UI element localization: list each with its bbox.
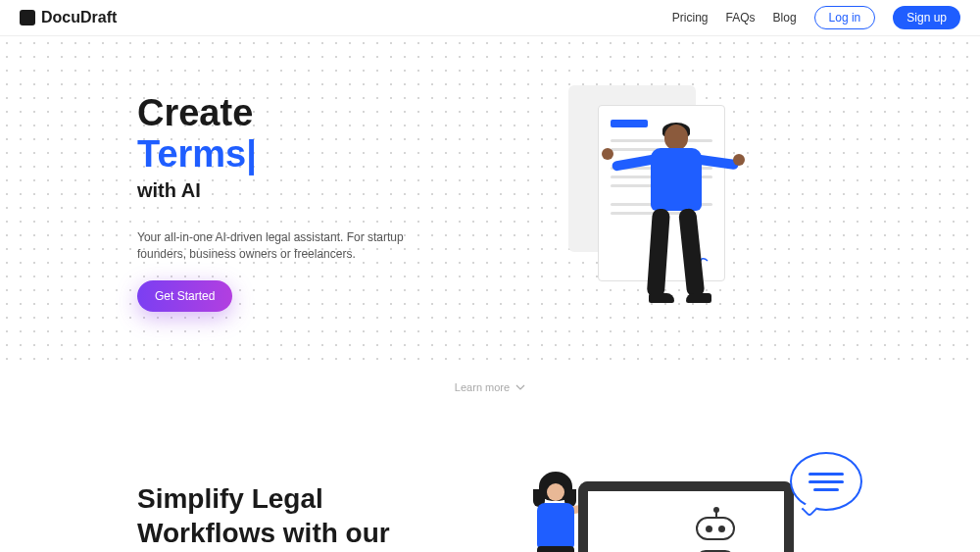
nav-faqs[interactable]: FAQs [726, 11, 756, 25]
hero-title-line3: with AI [137, 179, 412, 202]
person-illustration [596, 125, 753, 340]
learn-more-link[interactable]: Learn more [0, 370, 980, 413]
speech-bubble-icon [790, 452, 862, 511]
top-nav: Pricing FAQs Blog Log in Sign up [672, 6, 960, 29]
features-section: Simplify Legal Workflows with our AI-Pow… [0, 413, 980, 552]
logo[interactable]: DocuDraft [20, 9, 117, 26]
hero-title-line1: Create [137, 93, 412, 134]
hero-title-animated: Terms| [137, 134, 412, 176]
laptop-icon [578, 481, 794, 552]
hero-section: Create Terms| with AI Your all-in-one AI… [0, 36, 980, 370]
header: DocuDraft Pricing FAQs Blog Log in Sign … [0, 0, 980, 36]
login-button[interactable]: Log in [814, 6, 876, 29]
robot-head-icon [696, 517, 735, 540]
nav-pricing[interactable]: Pricing [672, 11, 709, 25]
nav-blog[interactable]: Blog [773, 11, 797, 25]
signup-button[interactable]: Sign up [893, 6, 960, 29]
hero-illustration [568, 85, 843, 340]
logo-icon [20, 10, 35, 25]
hero-subtitle: Your all-in-one AI-driven legal assistan… [137, 229, 412, 264]
brand-name: DocuDraft [41, 9, 117, 26]
chevron-down-icon [515, 382, 525, 392]
features-title: Simplify Legal Workflows with our AI-Pow… [137, 481, 412, 552]
learn-more-label: Learn more [455, 381, 510, 393]
get-started-button[interactable]: Get Started [137, 280, 232, 312]
hero-copy: Create Terms| with AI Your all-in-one AI… [137, 85, 412, 312]
features-illustration [510, 481, 843, 552]
